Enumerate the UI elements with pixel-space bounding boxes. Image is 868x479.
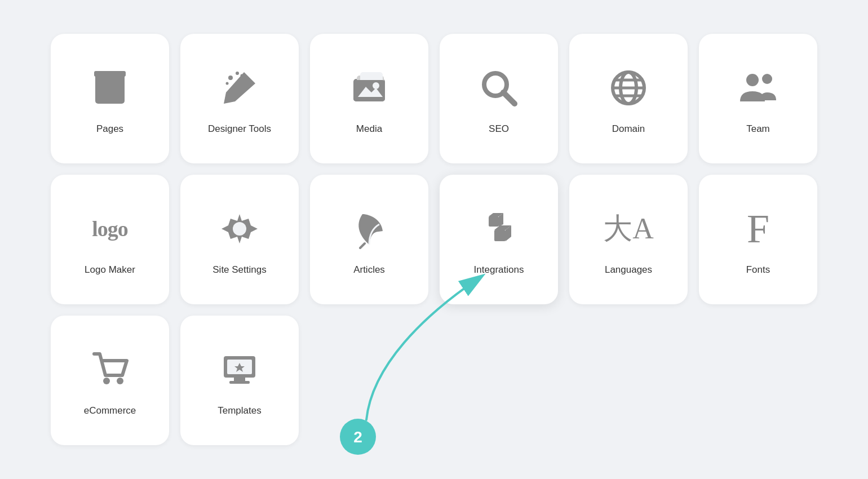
- seo-icon: [473, 63, 524, 113]
- domain-icon: [603, 63, 654, 113]
- ecommerce-label: eCommerce: [84, 405, 136, 416]
- fonts-icon: F: [733, 203, 783, 254]
- svg-point-19: [746, 74, 759, 86]
- templates-label: Templates: [218, 405, 261, 416]
- svg-rect-23: [494, 230, 506, 241]
- languages-label: Languages: [605, 264, 652, 276]
- svg-rect-34: [234, 378, 245, 381]
- svg-point-29: [103, 378, 110, 384]
- templates-icon: [214, 344, 265, 395]
- svg-point-4: [236, 72, 239, 75]
- svg-point-11: [373, 82, 379, 89]
- svg-rect-26: [489, 216, 499, 227]
- team-icon: [733, 63, 783, 113]
- ecommerce-icon: [85, 344, 135, 395]
- tile-fonts[interactable]: F Fonts: [699, 175, 817, 304]
- domain-label: Domain: [612, 123, 645, 135]
- svg-line-13: [503, 92, 515, 104]
- articles-label: Articles: [353, 264, 385, 276]
- languages-icon: 大A: [603, 203, 654, 254]
- fonts-label: Fonts: [746, 264, 770, 276]
- seo-label: SEO: [489, 123, 509, 135]
- svg-point-21: [233, 222, 246, 236]
- team-label: Team: [746, 123, 770, 135]
- tile-media[interactable]: Media: [310, 34, 428, 163]
- integrations-icon: [473, 203, 524, 254]
- logo-maker-icon: logo: [85, 203, 135, 254]
- svg-point-5: [226, 82, 229, 85]
- svg-rect-0: [95, 72, 125, 104]
- tile-integrations[interactable]: Integrations: [440, 175, 558, 304]
- site-settings-icon: [214, 203, 265, 254]
- integrations-label: Integrations: [474, 264, 524, 276]
- svg-point-20: [762, 74, 772, 84]
- tile-templates[interactable]: Templates: [180, 316, 299, 445]
- tile-site-settings[interactable]: Site Settings: [180, 175, 299, 304]
- tile-logo-maker[interactable]: logo Logo Maker: [51, 175, 169, 304]
- site-settings-label: Site Settings: [212, 264, 266, 276]
- media-icon: [344, 63, 395, 113]
- tile-languages[interactable]: 大A Languages: [569, 175, 688, 304]
- articles-icon: [344, 203, 395, 254]
- designer-tools-icon: [214, 63, 265, 113]
- svg-point-3: [228, 76, 233, 80]
- tile-articles[interactable]: Articles: [310, 175, 428, 304]
- tile-pages[interactable]: Pages: [51, 34, 169, 163]
- svg-rect-35: [229, 381, 250, 384]
- media-label: Media: [356, 123, 382, 135]
- pages-label: Pages: [96, 123, 123, 135]
- tile-seo[interactable]: SEO: [440, 34, 558, 163]
- svg-point-30: [117, 378, 123, 384]
- logo-maker-label: Logo Maker: [85, 264, 135, 276]
- tile-designer-tools[interactable]: Designer Tools: [180, 34, 299, 163]
- svg-point-6: [241, 74, 243, 77]
- pages-icon: [85, 63, 135, 113]
- svg-line-22: [360, 243, 365, 248]
- tile-ecommerce[interactable]: eCommerce: [51, 316, 169, 445]
- app-grid: Pages Designer Tools: [28, 11, 840, 468]
- designer-tools-label: Designer Tools: [208, 123, 271, 135]
- svg-rect-2: [94, 71, 126, 77]
- tile-domain[interactable]: Domain: [569, 34, 688, 163]
- tile-team[interactable]: Team: [699, 34, 817, 163]
